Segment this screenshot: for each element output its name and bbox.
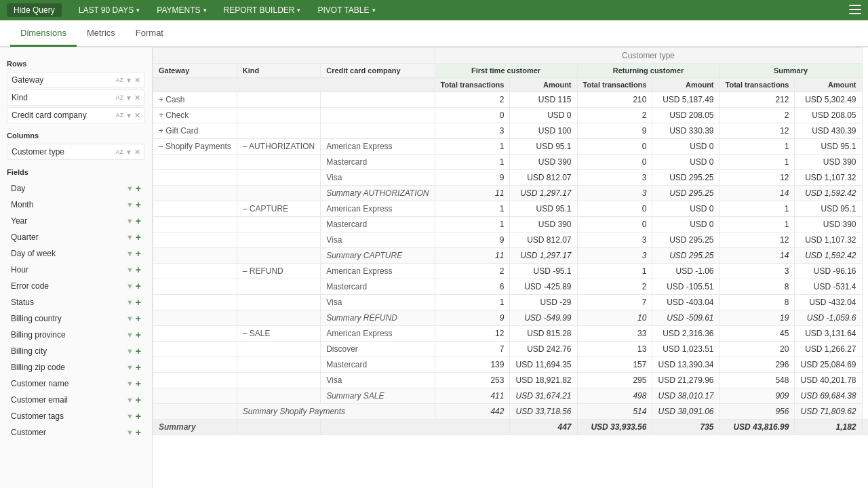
- cc-cell: [321, 420, 510, 435]
- row-field-kind-icons: AZ ▼ ✕: [116, 94, 140, 102]
- kind-cell: – SALE: [237, 326, 320, 342]
- add-icon[interactable]: +: [136, 411, 141, 422]
- remove-icon[interactable]: ✕: [134, 148, 140, 157]
- nav-item-report-builder[interactable]: REPORT BUILDER ▾: [217, 3, 308, 18]
- cc-cell: Visa: [321, 232, 435, 248]
- nav-label-pivot-table: PIVOT TABLE: [317, 5, 369, 15]
- remove-icon[interactable]: ✕: [134, 76, 140, 85]
- filter-icon[interactable]: ▼: [126, 412, 134, 420]
- kind-cell: [237, 123, 320, 139]
- add-icon[interactable]: +: [136, 378, 141, 389]
- table-row: Mastercard139USD 11,694.35157USD 13,390.…: [153, 357, 869, 373]
- cc-cell: Mastercard: [321, 217, 435, 232]
- filter-icon[interactable]: ▼: [125, 77, 132, 84]
- table-row: – CAPTUREAmerican Express1USD 95.10USD 0…: [153, 201, 869, 217]
- ft-tx-cell: 1: [435, 139, 510, 155]
- filter-icon[interactable]: ▼: [126, 266, 134, 274]
- field-billing-zip-code[interactable]: Billing zip code ▼ +: [7, 359, 145, 375]
- ft-amt-cell: USD 33,933.56: [577, 420, 652, 435]
- filter-icon[interactable]: ▼: [126, 233, 134, 241]
- row-field-kind: Kind AZ ▼ ✕: [7, 89, 145, 106]
- field-quarter[interactable]: Quarter ▼ +: [7, 229, 145, 245]
- s-amt-cell: USD 1,266.27: [795, 342, 862, 357]
- field-billing-city[interactable]: Billing city ▼ +: [7, 343, 145, 359]
- rt-amt-cell: USD 43,816.99: [719, 420, 795, 435]
- filter-icon[interactable]: ▼: [126, 380, 134, 388]
- filter-icon[interactable]: ▼: [126, 249, 134, 258]
- nav-item-payments[interactable]: PAYMENTS ▾: [150, 3, 213, 18]
- add-icon[interactable]: +: [136, 313, 141, 324]
- add-icon[interactable]: +: [136, 297, 141, 308]
- filter-icon[interactable]: ▼: [126, 282, 134, 290]
- tab-format[interactable]: Format: [125, 21, 174, 47]
- field-day-of-week[interactable]: Day of week ▼ +: [7, 245, 145, 262]
- add-icon[interactable]: +: [136, 427, 141, 438]
- table-row: Summary Shopify Payments442USD 33,718.56…: [153, 404, 869, 420]
- add-icon[interactable]: +: [136, 216, 141, 226]
- gateway-cell: [153, 279, 237, 295]
- field-day[interactable]: Day ▼ +: [7, 180, 145, 197]
- filter-icon[interactable]: ▼: [126, 396, 134, 404]
- s-amt-cell: USD 390: [795, 217, 862, 232]
- field-customer[interactable]: Customer ▼ +: [7, 424, 145, 441]
- gateway-cell: [153, 217, 237, 232]
- filter-icon[interactable]: ▼: [126, 428, 134, 436]
- rt-amt-cell: USD 295.25: [652, 232, 719, 248]
- field-status[interactable]: Status ▼ +: [7, 294, 145, 310]
- filter-icon[interactable]: ▼: [126, 201, 134, 209]
- svg-rect-2: [849, 13, 861, 14]
- filter-icon[interactable]: ▼: [126, 184, 134, 192]
- add-icon[interactable]: +: [136, 183, 141, 194]
- table-row: Summary SALE411USD 31,674.21498USD 38,01…: [153, 388, 869, 404]
- gateway-cell: + Gift Card: [153, 123, 237, 139]
- az-icon[interactable]: AZ: [116, 112, 124, 119]
- field-error-code[interactable]: Error code ▼ +: [7, 278, 145, 294]
- add-icon[interactable]: +: [136, 329, 141, 340]
- rt-amt-cell: USD 0: [652, 139, 719, 155]
- add-icon[interactable]: +: [136, 248, 141, 259]
- field-customer-tags[interactable]: Customer tags ▼ +: [7, 408, 145, 424]
- remove-icon[interactable]: ✕: [134, 94, 140, 102]
- tab-dimensions[interactable]: Dimensions: [10, 21, 77, 47]
- add-icon[interactable]: +: [136, 232, 141, 243]
- s-tx-cell: 3: [719, 264, 795, 279]
- field-year[interactable]: Year ▼ +: [7, 213, 145, 229]
- add-icon[interactable]: +: [136, 264, 141, 275]
- filter-icon[interactable]: ▼: [125, 112, 132, 119]
- table-row: Summary447USD 33,933.56735USD 43,816.991…: [153, 420, 869, 435]
- add-icon[interactable]: +: [136, 199, 141, 210]
- ft-amt-cell: USD 115: [510, 92, 577, 108]
- nav-item-last90days[interactable]: LAST 90 DAYS ▾: [72, 3, 147, 18]
- s-tx-cell: 296: [719, 357, 795, 373]
- filter-icon[interactable]: ▼: [126, 298, 134, 306]
- filter-icon[interactable]: ▼: [125, 148, 132, 156]
- filter-icon[interactable]: ▼: [126, 217, 134, 225]
- filter-icon[interactable]: ▼: [126, 347, 134, 355]
- nav-item-pivot-table[interactable]: PIVOT TABLE ▾: [311, 3, 382, 18]
- field-month[interactable]: Month ▼ +: [7, 197, 145, 213]
- tab-metrics[interactable]: Metrics: [77, 21, 125, 47]
- cc-cell: [321, 108, 435, 123]
- add-icon[interactable]: +: [136, 281, 141, 291]
- remove-icon[interactable]: ✕: [134, 111, 140, 120]
- filter-icon[interactable]: ▼: [125, 94, 132, 102]
- ft-amt-cell: USD 95.1: [510, 139, 577, 155]
- az-icon[interactable]: AZ: [116, 148, 124, 155]
- filter-icon[interactable]: ▼: [126, 331, 134, 339]
- add-icon[interactable]: +: [136, 362, 141, 373]
- filter-icon[interactable]: ▼: [126, 363, 134, 371]
- ft-amt-cell: USD 95.1: [510, 201, 577, 217]
- field-customer-name[interactable]: Customer name ▼ +: [7, 375, 145, 392]
- filter-icon[interactable]: ▼: [126, 314, 134, 323]
- field-customer-email[interactable]: Customer email ▼ +: [7, 392, 145, 408]
- chevron-down-icon: ▾: [203, 7, 207, 14]
- az-icon[interactable]: AZ: [116, 77, 124, 83]
- add-icon[interactable]: +: [136, 394, 141, 405]
- field-billing-country[interactable]: Billing country ▼ +: [7, 310, 145, 327]
- add-icon[interactable]: +: [136, 346, 141, 357]
- hide-query-button[interactable]: Hide Query: [7, 3, 62, 17]
- hamburger-icon[interactable]: [849, 5, 861, 16]
- field-hour[interactable]: Hour ▼ +: [7, 262, 145, 278]
- az-icon[interactable]: AZ: [116, 94, 124, 101]
- field-billing-province[interactable]: Billing province ▼ +: [7, 327, 145, 343]
